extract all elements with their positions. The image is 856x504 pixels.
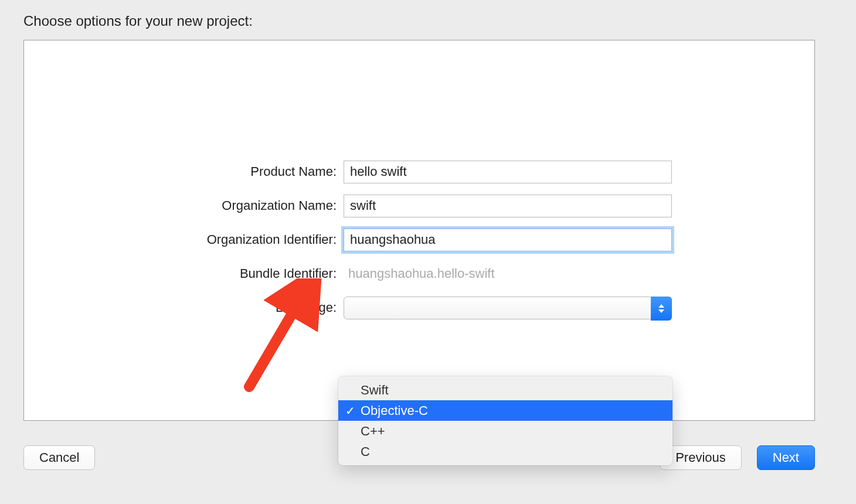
organization-name-input[interactable] xyxy=(344,195,672,217)
menu-item-cpp[interactable]: C++ xyxy=(338,421,672,441)
menu-item-label: C xyxy=(361,444,370,459)
organization-identifier-label: Organization Identifier: xyxy=(24,232,344,247)
menu-item-label: Swift xyxy=(361,383,389,398)
menu-item-label: C++ xyxy=(361,424,385,439)
language-dropdown-menu: Swift ✓ Objective-C C++ C xyxy=(338,376,672,465)
product-name-row: Product Name: xyxy=(24,155,814,189)
menu-item-c[interactable]: C xyxy=(338,441,672,462)
next-button[interactable]: Next xyxy=(757,445,815,470)
language-popup[interactable] xyxy=(344,297,672,319)
chevron-up-icon xyxy=(658,304,664,308)
organization-name-row: Organization Name: xyxy=(24,189,814,223)
menu-item-swift[interactable]: Swift xyxy=(338,380,672,400)
organization-name-label: Organization Name: xyxy=(24,198,344,213)
menu-item-label: Objective-C xyxy=(361,403,428,418)
organization-name-field-wrap xyxy=(344,195,672,217)
cancel-button[interactable]: Cancel xyxy=(23,445,95,470)
bundle-identifier-label: Bundle Identifier: xyxy=(24,266,344,281)
project-options-form: Product Name: Organization Name: Organiz… xyxy=(24,155,814,325)
organization-identifier-field-wrap xyxy=(344,229,672,251)
product-name-field-wrap xyxy=(344,161,672,183)
product-name-label: Product Name: xyxy=(24,164,344,179)
chevron-down-icon xyxy=(658,309,664,313)
page-heading: Choose options for your new project: xyxy=(23,13,253,29)
bundle-identifier-value: huangshaohua.hello-swift xyxy=(344,266,495,281)
menu-item-objective-c[interactable]: ✓ Objective-C xyxy=(338,400,672,421)
options-panel: Product Name: Organization Name: Organiz… xyxy=(23,40,815,421)
language-label: Language: xyxy=(24,300,344,315)
popup-arrows-icon xyxy=(651,297,672,321)
organization-identifier-row: Organization Identifier: xyxy=(24,223,814,257)
nav-button-group: Previous Next xyxy=(660,445,815,470)
organization-identifier-input[interactable] xyxy=(344,229,672,251)
checkmark-icon: ✓ xyxy=(345,404,355,418)
language-row: Language: xyxy=(24,291,814,325)
product-name-input[interactable] xyxy=(344,161,672,183)
bundle-identifier-row: Bundle Identifier: huangshaohua.hello-sw… xyxy=(24,257,814,291)
